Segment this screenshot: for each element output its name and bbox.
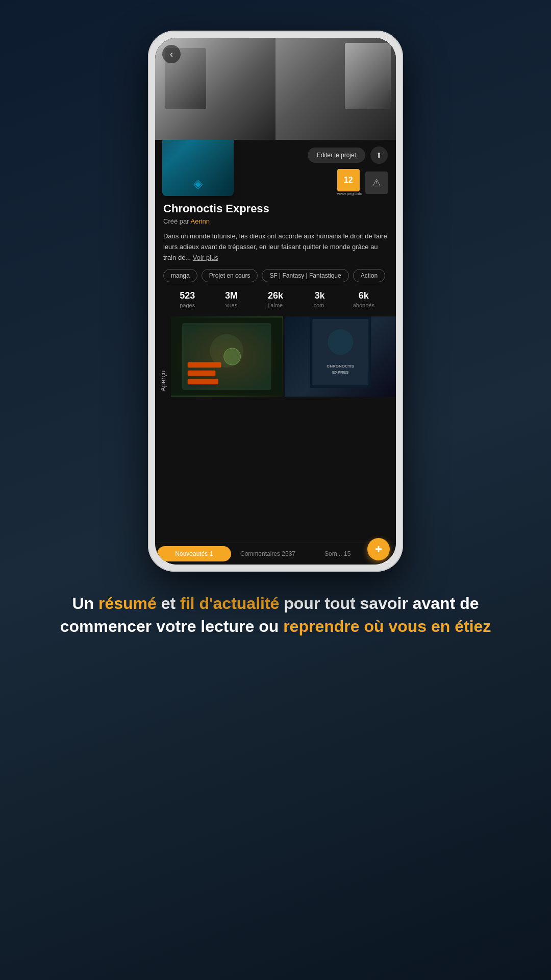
- stat-vues-value: 3M: [209, 290, 253, 301]
- tag-sf-fantasy[interactable]: SF | Fantasy | Fantastique: [262, 269, 348, 282]
- fab-add-button[interactable]: +: [367, 538, 390, 560]
- stat-vues: 3M vues: [209, 290, 253, 308]
- ratings-row: 12 www.pegi.info ⚠: [337, 169, 388, 196]
- footer-text-1: Un: [72, 594, 98, 612]
- tab-commentaires[interactable]: Commentaires 2537: [233, 545, 303, 562]
- stat-jaime-label: j'aime: [254, 302, 297, 308]
- svg-text:CHRONOCTIS: CHRONOCTIS: [327, 364, 354, 369]
- preview-image-1[interactable]: [171, 316, 283, 397]
- pegi-label: www.pegi.info: [337, 191, 362, 196]
- project-info: Chronoctis Express Créé par Aerinn Dans …: [155, 196, 396, 308]
- stat-com: 3k com.: [297, 290, 341, 308]
- svg-rect-4: [188, 371, 216, 376]
- stat-jaime: 26k j'aime: [254, 290, 297, 308]
- preview-label: Aperçu: [155, 316, 171, 397]
- footer-highlight-fil: fil d'actualité: [180, 594, 279, 612]
- pegi-rating-container: 12 www.pegi.info: [337, 169, 362, 196]
- edit-project-button[interactable]: Editer le projet: [308, 148, 365, 163]
- svg-rect-5: [188, 379, 218, 385]
- phone-screen: ‹ Editer le projet ⬆ 12 www.pegi.info: [155, 38, 396, 565]
- footer-text-2: et: [157, 594, 180, 612]
- back-button[interactable]: ‹: [162, 45, 181, 63]
- preview-images: CHRONOCTIS EXPRES: [171, 316, 396, 397]
- cover-image: [162, 140, 234, 196]
- svg-rect-0: [171, 317, 283, 396]
- stat-abonnes-label: abonnés: [342, 302, 386, 308]
- stats-row: 523 pages 3M vues 26k j'aime 3k com.: [163, 290, 388, 308]
- stat-abonnes-value: 6k: [342, 290, 386, 301]
- footer-highlight-resume: résumé: [98, 594, 157, 612]
- author-prefix: Créé par: [163, 217, 190, 225]
- svg-text:EXPRES: EXPRES: [332, 370, 349, 375]
- project-title: Chronoctis Express: [163, 202, 388, 215]
- bottom-text-section: Un résumé et fil d'actualité pour tout s…: [0, 592, 551, 638]
- bottom-text: Un résumé et fil d'actualité pour tout s…: [31, 592, 520, 638]
- preview-image-2[interactable]: CHRONOCTIS EXPRES: [285, 316, 396, 397]
- preview-svg-2: CHRONOCTIS EXPRES: [285, 316, 396, 388]
- stat-jaime-value: 26k: [254, 290, 297, 301]
- content-scroll[interactable]: Editer le projet ⬆ 12 www.pegi.info ⚠ Ch…: [155, 140, 396, 543]
- project-author: Créé par Aerinn: [163, 217, 388, 225]
- author-name[interactable]: Aerinn: [190, 217, 210, 225]
- svg-point-9: [328, 329, 353, 355]
- svg-point-2: [210, 334, 243, 368]
- share-button[interactable]: ⬆: [370, 146, 388, 164]
- header-banner: ‹: [155, 38, 396, 140]
- tags-row: manga Projet en cours SF | Fantasy | Fan…: [163, 269, 388, 282]
- project-actions: Editer le projet ⬆ 12 www.pegi.info ⚠: [234, 140, 388, 196]
- edit-button-row: Editer le projet ⬆: [308, 146, 388, 164]
- stat-pages-label: pages: [165, 302, 209, 308]
- project-header: Editer le projet ⬆ 12 www.pegi.info ⚠: [155, 140, 396, 196]
- tab-nouveautes[interactable]: Nouveautés 1: [157, 546, 231, 561]
- svg-rect-1: [182, 323, 271, 390]
- tag-manga[interactable]: manga: [163, 269, 197, 282]
- bottom-tabs: Nouveautés 1 Commentaires 2537 Som... 15…: [155, 543, 396, 565]
- preview-section: Aperçu: [155, 316, 396, 397]
- preview-svg-1: [171, 316, 283, 397]
- stat-pages-value: 523: [165, 290, 209, 301]
- tag-action[interactable]: Action: [353, 269, 385, 282]
- svg-rect-3: [188, 362, 221, 368]
- svg-point-6: [224, 348, 241, 365]
- stat-vues-label: vues: [209, 302, 253, 308]
- content-rating-badge: ⚠: [365, 172, 388, 194]
- stat-abonnes: 6k abonnés: [342, 290, 386, 308]
- stat-pages: 523 pages: [165, 290, 209, 308]
- stat-com-value: 3k: [297, 290, 341, 301]
- project-description: Dans un monde futuriste, les dieux ont a…: [163, 231, 388, 263]
- age-rating-badge: 12: [337, 169, 360, 191]
- manga-panel-right: [276, 38, 396, 140]
- stat-com-label: com.: [297, 302, 341, 308]
- tag-projet-en-cours[interactable]: Projet en cours: [202, 269, 258, 282]
- see-more-link[interactable]: Voir plus: [193, 254, 218, 261]
- manga-background: [155, 38, 396, 140]
- phone-mockup: ‹ Editer le projet ⬆ 12 www.pegi.info: [148, 31, 403, 572]
- footer-highlight-reprendre: reprendre où vous en étiez: [283, 617, 491, 635]
